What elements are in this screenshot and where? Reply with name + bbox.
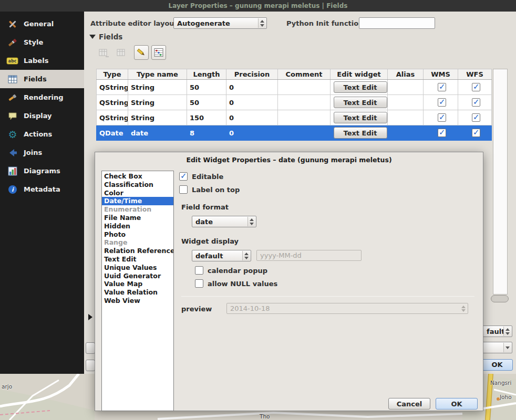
widget-type-option[interactable]: Relation Reference (102, 247, 173, 255)
sidebar-item-label: Metadata (24, 185, 60, 193)
widget-type-option[interactable]: Unique Values (102, 264, 173, 272)
cell-type-name: date (128, 125, 187, 141)
widget-type-option-selected[interactable]: Date/Time (102, 197, 173, 205)
widget-type-option[interactable]: File Name (102, 214, 173, 222)
sidebar-item-metadata[interactable]: i Metadata (0, 180, 84, 198)
sidebar-item-display[interactable]: Display (0, 107, 84, 125)
edit-widget-button[interactable]: Text Edit (334, 81, 387, 93)
widget-display-group-label: Widget display (181, 237, 239, 245)
wms-checkbox[interactable] (438, 113, 446, 122)
col-header[interactable]: WFS (458, 69, 492, 80)
field-calculator-button[interactable] (151, 45, 166, 60)
edit-widget-button[interactable]: Text Edit (334, 127, 387, 139)
ok-button[interactable]: OK (436, 398, 478, 410)
layer-properties-ok-button[interactable]: OK (481, 359, 513, 371)
collapse-triangle-icon[interactable] (89, 35, 96, 39)
wfs-checkbox[interactable] (472, 83, 480, 91)
col-header[interactable]: Alias (388, 69, 424, 80)
pencil-icon (136, 47, 147, 58)
cell-alias (388, 110, 424, 125)
widget-type-option[interactable]: Classification (102, 181, 173, 189)
cell-alias (388, 125, 424, 141)
col-header[interactable]: Comment (278, 69, 331, 80)
widget-type-option[interactable]: Text Edit (102, 255, 173, 264)
delete-column-button[interactable] (114, 45, 129, 60)
sidebar-item-joins[interactable]: Joins (0, 143, 84, 162)
widget-type-option[interactable]: Photo (102, 230, 173, 239)
col-header[interactable]: WMS (424, 69, 458, 80)
sidebar-item-actions[interactable]: Actions (0, 125, 84, 143)
wfs-checkbox[interactable] (472, 98, 480, 107)
editable-label: Editable (192, 173, 223, 181)
scrollbar-thumb[interactable] (491, 295, 509, 302)
col-header[interactable]: Precision (226, 69, 278, 80)
table-header-row: Type Type name Length Precision Comment … (97, 69, 492, 80)
sidebar-item-diagrams[interactable]: Diagrams (0, 162, 84, 180)
table-row[interactable]: QString String 150 0 Text Edit (97, 110, 492, 125)
wfs-checkbox[interactable] (472, 129, 480, 137)
label-on-top-checkbox[interactable]: Label on top (179, 185, 240, 194)
spinner-arrows-icon (460, 304, 467, 312)
wms-checkbox[interactable] (438, 98, 446, 107)
widget-type-option[interactable]: Value Relation (102, 288, 173, 297)
edit-widget-properties-dialog: Edit Widget Properties – date (gunung me… (95, 152, 483, 411)
checkbox-icon (195, 279, 203, 288)
window-titlebar[interactable]: Layer Properties – gunung merapi meletus… (0, 0, 516, 12)
checkbox-icon (179, 172, 188, 181)
widget-type-option[interactable]: Uuid Generator (102, 272, 173, 280)
paintbrush-icon (6, 37, 19, 48)
wms-checkbox[interactable] (438, 129, 446, 137)
calendar-popup-checkbox[interactable]: calendar popup (195, 266, 267, 275)
sidebar-item-labels[interactable]: abc Labels (0, 51, 84, 70)
checkbox-icon (195, 266, 203, 275)
col-header[interactable]: Edit widget (331, 69, 388, 80)
sidebar-item-label: General (24, 20, 54, 28)
edit-widget-button[interactable]: Text Edit (334, 112, 387, 123)
widget-display-select[interactable]: default (192, 250, 251, 261)
info-icon: i (6, 184, 19, 195)
cancel-button[interactable]: Cancel (388, 398, 430, 410)
qgis-layer-properties-window: arjo Nangsri Joho Tho Layer Properties –… (0, 0, 516, 420)
python-init-input[interactable] (359, 17, 435, 29)
table-row-selected[interactable]: QDate date 8 0 Text Edit (97, 125, 492, 141)
widget-type-option[interactable]: Check Box (102, 172, 173, 181)
abc-label-icon: abc (6, 56, 19, 66)
wms-checkbox[interactable] (438, 83, 446, 91)
sidebar-item-general[interactable]: General (0, 15, 84, 33)
widget-type-option[interactable]: Hidden (102, 222, 173, 230)
field-format-select[interactable]: date (192, 216, 256, 227)
spinner-arrows-icon (242, 251, 250, 260)
sidebar-item-rendering[interactable]: Rendering (0, 88, 84, 107)
properties-sidebar: General Style abc Labels Fields Renderin… (0, 12, 84, 374)
abacus-icon (153, 47, 164, 58)
attribute-editor-layout-select[interactable]: Autogenerate (173, 17, 267, 29)
style-default-value: fault (487, 328, 504, 335)
widget-type-option[interactable]: Web View (102, 297, 173, 305)
col-header[interactable]: Type (97, 69, 128, 80)
widget-type-option-disabled: Enumeration (102, 205, 173, 214)
fields-section-title: Fields (99, 33, 122, 41)
partial-button-fragment (86, 342, 95, 354)
table-row[interactable]: QString String 50 0 Text Edit (97, 80, 492, 95)
sidebar-item-fields[interactable]: Fields (0, 70, 84, 88)
join-arrow-icon (6, 148, 19, 158)
widget-type-option[interactable]: Value Map (102, 280, 173, 288)
attribute-editor-layout-label: Attribute editor layout: (90, 19, 180, 27)
cell-type-name: String (128, 95, 187, 110)
allow-null-checkbox[interactable]: allow NULL values (195, 279, 277, 288)
map-place-label: Nangsri (490, 380, 511, 386)
col-header[interactable]: Type name (128, 69, 187, 80)
sidebar-item-label: Joins (24, 149, 42, 156)
edit-widget-button[interactable]: Text Edit (334, 97, 387, 108)
new-column-button[interactable] (96, 45, 111, 60)
col-header[interactable]: Length (187, 69, 226, 80)
editable-checkbox[interactable]: Editable (179, 172, 223, 181)
cell-comment (278, 125, 331, 141)
table-row[interactable]: QString String 50 0 Text Edit (97, 95, 492, 110)
vertical-scrollbar[interactable] (493, 69, 508, 295)
toggle-editing-button[interactable] (134, 45, 149, 60)
wfs-checkbox[interactable] (472, 113, 480, 122)
panel-expand-arrow-icon[interactable] (88, 314, 92, 320)
widget-type-option[interactable]: Color (102, 189, 173, 197)
sidebar-item-style[interactable]: Style (0, 33, 84, 51)
